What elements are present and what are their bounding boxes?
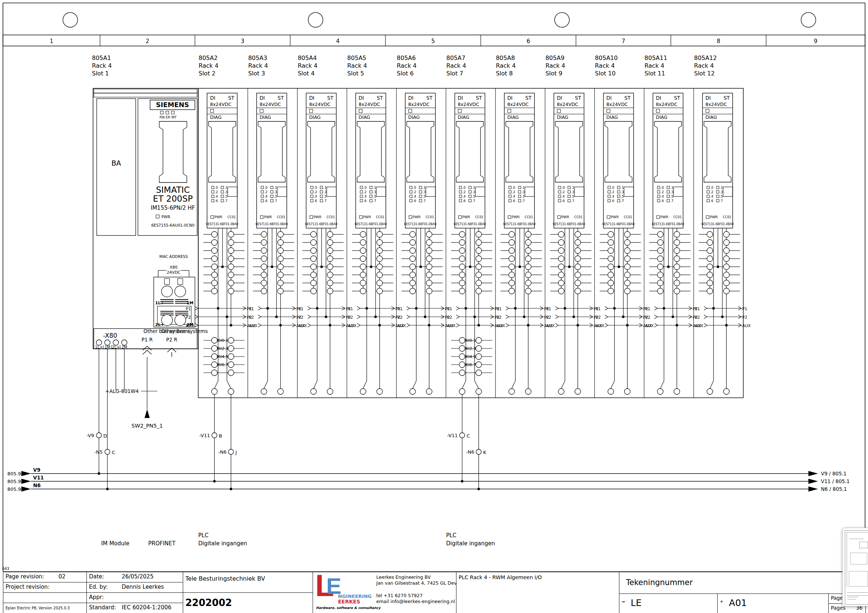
im-led-icon (160, 111, 163, 114)
terminal-circle (228, 231, 234, 237)
channel-led-icon (667, 199, 670, 202)
channel-led-icon (419, 199, 422, 202)
bus-arrow-icon (808, 486, 818, 492)
appr-label: Appr: (89, 594, 104, 601)
chain-label: P1 (186, 306, 191, 311)
chain-label: AUX (695, 323, 704, 328)
date-row: Date: 26/05/2025 (87, 572, 183, 582)
terminal-circle (211, 256, 217, 262)
di-type: DI (458, 95, 463, 101)
module-slot: Slot 7 (446, 70, 463, 77)
module-rack: Rack 4 (198, 62, 219, 69)
terminal-circle (459, 370, 465, 376)
di-slot-shape (456, 121, 484, 182)
bus-arrow-icon (21, 479, 31, 484)
terminal-circle (327, 264, 333, 270)
di-part-number: 6ES7131-6BF01-0BA0 (603, 223, 635, 226)
terminal-circle (459, 256, 465, 262)
label: .3 (621, 190, 624, 194)
junction-dot (667, 265, 670, 268)
terminal-circle (327, 256, 333, 262)
terminal-circle (310, 264, 316, 270)
di-cc-label: CC01 (426, 215, 434, 219)
terminal-circle (575, 248, 581, 253)
di-type2: ST (228, 95, 235, 101)
di-diag-label: DIAG (606, 115, 618, 120)
terminal-circle (360, 280, 366, 286)
label: 805A1 (92, 54, 111, 61)
terminal-circle (261, 388, 267, 394)
terminal-circle (459, 280, 465, 286)
terminal-circle (625, 231, 631, 237)
terminal-circle (674, 231, 680, 237)
wire-label: -N6 (466, 449, 474, 455)
connection-point (105, 449, 110, 455)
terminal-circle (228, 264, 234, 270)
label: .5 (472, 195, 476, 198)
module-slot: Slot 8 (496, 70, 513, 77)
chain-label: P1 (447, 306, 453, 311)
terminal-circle (657, 256, 663, 262)
terminal-circle (724, 388, 729, 394)
channel-led-icon (261, 191, 264, 193)
channel-led-icon (469, 191, 471, 193)
di-cc-label: CC01 (475, 215, 484, 219)
di-voltage: 8x24VDC (210, 102, 231, 107)
terminal-circle (674, 272, 680, 278)
terminal-circle (377, 248, 383, 253)
chain-chevron-icon (195, 306, 198, 310)
chain-label: P1 (496, 306, 502, 311)
bus-arrow-icon (808, 479, 818, 484)
pwr-led-icon (558, 216, 561, 219)
chain-chevron-icon (654, 323, 657, 327)
io-tag: I6I4.5 (217, 354, 228, 359)
terminal-circle (575, 256, 581, 262)
terminal-circle (525, 239, 531, 245)
label: .4 (710, 195, 713, 198)
module-ref: 805A2 (198, 54, 218, 61)
module-ref: 805A9 (546, 54, 564, 61)
terminal-circle (459, 239, 465, 245)
label: 1L+ (95, 345, 102, 349)
bus-src-ref: 805.9 (7, 471, 21, 476)
terminal-circle (657, 239, 663, 245)
junction-dot (419, 265, 422, 268)
di-cc-label: CC01 (376, 215, 384, 219)
terminal-circle (211, 280, 217, 286)
terminal-circle (575, 388, 581, 394)
terminal-circle (459, 388, 465, 394)
terminal-circle (608, 264, 614, 270)
chain-chevron-icon (555, 315, 558, 319)
channel-led-icon (716, 186, 719, 189)
terminal-circle (657, 231, 663, 237)
di-display-box (673, 187, 683, 197)
terminal-circle (228, 346, 234, 351)
chain-label: AUX (186, 323, 195, 328)
chain-label: AUX (298, 323, 307, 328)
channel-led-icon (667, 195, 670, 197)
footer-profinet: PROFINET (148, 540, 176, 547)
module-slot: Slot 5 (347, 70, 364, 77)
label: .0 (710, 186, 713, 189)
terminal-circle (211, 288, 217, 294)
company-block: L E NGINEERING EERKES Hardware, software… (313, 572, 456, 613)
channel-led-icon (568, 195, 570, 197)
label: .3 (571, 190, 575, 194)
box (94, 93, 197, 97)
terminal-circle (707, 239, 713, 245)
di-diag-label: DIAG (408, 115, 420, 120)
point-label: K (483, 450, 487, 455)
label: .0 (413, 186, 416, 189)
label: .5 (571, 195, 575, 198)
schematic-canvas: 123456789643805A1Rack 4Slot 1BASIEMENSRN… (0, 0, 868, 613)
terminal-circle (625, 280, 631, 286)
im-model: IM155-6PN/2 HF (151, 205, 195, 211)
im-x80-voltage: 24VDC (167, 270, 181, 275)
di-type2: ST (327, 95, 334, 101)
di-type2: ST (525, 95, 532, 101)
di-part-number: 6ES7131-6BF01-0BA0 (404, 223, 437, 226)
terminal-circle (426, 231, 432, 237)
di-voltage: 8x24VDC (359, 102, 380, 107)
terminal-circle (278, 288, 284, 294)
terminal-circle (508, 231, 515, 237)
